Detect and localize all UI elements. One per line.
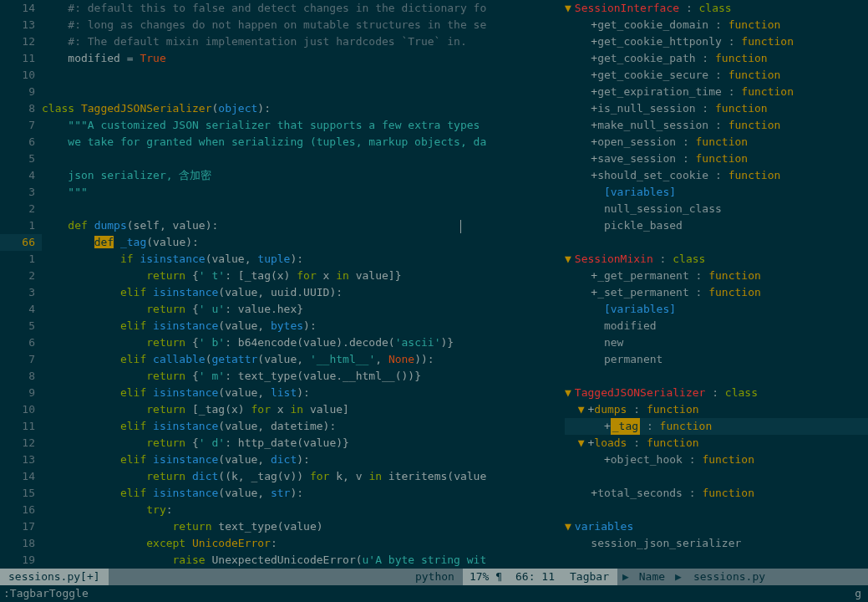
line-number: 17 [0,518,42,535]
expand-icon[interactable]: + [591,33,597,50]
code-line[interactable]: 4 json serializer, 含加密 [0,167,561,184]
line-number: 11 [0,418,42,435]
code-line[interactable]: 5 elif isinstance(value, bytes): [0,318,561,334]
expand-icon[interactable]: + [604,452,611,468]
expand-icon[interactable]: + [591,84,597,100]
tagbar-item[interactable]: modified [565,318,868,334]
expand-icon[interactable]: + [591,150,597,167]
code-line[interactable]: 13 #: long as changes do not happen on m… [0,17,561,33]
expand-icon[interactable]: + [604,418,611,435]
tagbar-item[interactable]: +get_cookie_path : function [565,50,868,67]
line-source: elif isinstance(value, str): [42,485,561,502]
code-line[interactable]: 5 [0,150,561,167]
tagbar-item[interactable]: session_json_serializer [565,535,868,552]
code-line[interactable]: 18 except UnicodeError: [0,535,561,552]
code-line[interactable]: 6 return {' b': b64encode(value).decode(… [0,334,561,351]
code-line[interactable]: 6 we take for granted when serializing (… [0,134,561,150]
tagbar-item[interactable]: ▼SessionMixin : class [565,251,868,268]
tagbar-item[interactable]: [variables] [565,301,868,318]
code-line[interactable]: 12 return {' d': http_date(value)} [0,435,561,452]
tagbar-item[interactable]: +get_expiration_time : function [565,84,868,100]
code-line[interactable]: 1 if isinstance(value, tuple): [0,251,561,268]
tagbar-item[interactable]: +_set_permanent : function [565,284,868,301]
tagbar-item[interactable]: null_session_class [565,201,868,217]
expand-icon[interactable]: + [591,67,597,84]
code-line[interactable]: 66 def _tag(value): [0,234,561,251]
code-line[interactable]: 17 return text_type(value) [0,518,561,535]
line-source: """ [42,184,561,201]
fold-icon[interactable]: ▼ [578,435,585,452]
tagbar-item[interactable]: +get_cookie_secure : function [565,67,868,84]
code-line[interactable]: 10 [0,67,561,84]
code-line[interactable]: 15 elif isinstance(value, str): [0,485,561,502]
command-line[interactable]: :TagbarToggle g [0,585,868,602]
tagbar-item[interactable]: ▼TaggedJSONSerializer : class [565,385,868,401]
tagbar-item[interactable]: ▼+dumps : function [565,401,868,418]
fold-icon[interactable]: ▼ [578,401,585,418]
expand-icon[interactable]: + [591,284,597,301]
tagbar-item[interactable]: +get_cookie_domain : function [565,17,868,33]
code-line[interactable]: 19 raise UnexpectedUnicodeError(u'A byte… [0,552,561,569]
expand-icon[interactable]: + [591,268,597,284]
tagbar-item[interactable]: ▼SessionInterface : class [565,0,868,17]
code-line[interactable]: 7 """A customized JSON serializer that s… [0,117,561,134]
line-number: 10 [0,401,42,418]
code-line[interactable]: 8class TaggedJSONSerializer(object): [0,100,561,117]
tagbar-item[interactable]: ▼variables [565,518,868,535]
fold-icon[interactable]: ▼ [565,0,571,17]
code-line[interactable]: 14 #: default this to false and detect c… [0,0,561,17]
tagbar-item[interactable]: ▼+loads : function [565,435,868,452]
code-line[interactable]: 8 return {' m': text_type(value.__html__… [0,368,561,385]
tagbar-item[interactable]: permanent [565,351,868,368]
code-line[interactable]: 13 elif isinstance(value, dict): [0,452,561,468]
tagbar-item[interactable]: +should_set_cookie : function [565,167,868,184]
expand-icon[interactable]: + [587,401,594,418]
code-line[interactable]: 7 elif callable(getattr(value, '__html__… [0,351,561,368]
tagbar-item[interactable]: +make_null_session : function [565,117,868,134]
tagbar-item[interactable]: pickle_based [565,217,868,234]
tagbar-item[interactable]: +_tag : function [565,418,868,435]
fold-icon[interactable]: ▼ [565,251,571,268]
tagbar-item[interactable]: [variables] [565,184,868,201]
code-line[interactable]: 2 [0,201,561,217]
code-line[interactable]: 14 return dict((k, _tag(v)) for k, v in … [0,468,561,485]
code-line[interactable]: 11 elif isinstance(value, datetime): [0,418,561,435]
code-line[interactable]: 3 elif isinstance(value, uuid.UUID): [0,284,561,301]
code-editor[interactable]: 14 #: default this to false and detect c… [0,0,561,569]
tagbar-item[interactable]: +save_session : function [565,150,868,167]
tagbar-item[interactable]: +is_null_session : function [565,100,868,117]
expand-icon[interactable]: + [591,117,597,134]
line-number: 13 [0,17,42,33]
tagbar-item[interactable]: +get_cookie_httponly : function [565,33,868,50]
status-position: 66: 11 [509,569,561,585]
code-line[interactable]: 9 elif isinstance(value, list): [0,385,561,401]
tagbar-item[interactable]: +open_session : function [565,134,868,150]
expand-icon[interactable]: + [587,435,594,452]
expand-icon[interactable]: + [591,17,597,33]
tagbar-panel[interactable]: ▼SessionInterface : class +get_cookie_do… [561,0,868,569]
tag-name: _tag [611,418,640,435]
code-line[interactable]: 3 """ [0,184,561,201]
tagbar-item[interactable]: +_get_permanent : function [565,268,868,284]
tagbar-item[interactable]: +object_hook : function [565,452,868,468]
code-line[interactable]: 12 #: The default mixin implementation j… [0,33,561,50]
tagbar-item[interactable]: new [565,334,868,351]
code-line[interactable]: 11 modified = True [0,50,561,67]
expand-icon[interactable]: + [591,134,597,150]
code-line[interactable]: 16 try: [0,502,561,518]
code-line[interactable]: 10 return [_tag(x) for x in value] [0,401,561,418]
code-line[interactable]: 4 return {' u': value.hex} [0,301,561,318]
fold-icon[interactable]: ▼ [565,518,571,535]
code-line[interactable]: 2 return {' t': [_tag(x) for x in value]… [0,268,561,284]
fold-icon[interactable]: ▼ [565,385,571,401]
code-line[interactable]: 1 def dumps(self, value): [0,217,561,234]
line-number: 11 [0,50,42,67]
expand-icon[interactable]: + [591,485,597,502]
tagbar-item[interactable]: +total_seconds : function [565,485,868,502]
tag-kind: class [699,0,732,17]
line-number: 2 [0,268,42,284]
expand-icon[interactable]: + [591,100,597,117]
code-line[interactable]: 9 [0,84,561,100]
expand-icon[interactable]: + [591,167,597,184]
expand-icon[interactable]: + [591,50,597,67]
